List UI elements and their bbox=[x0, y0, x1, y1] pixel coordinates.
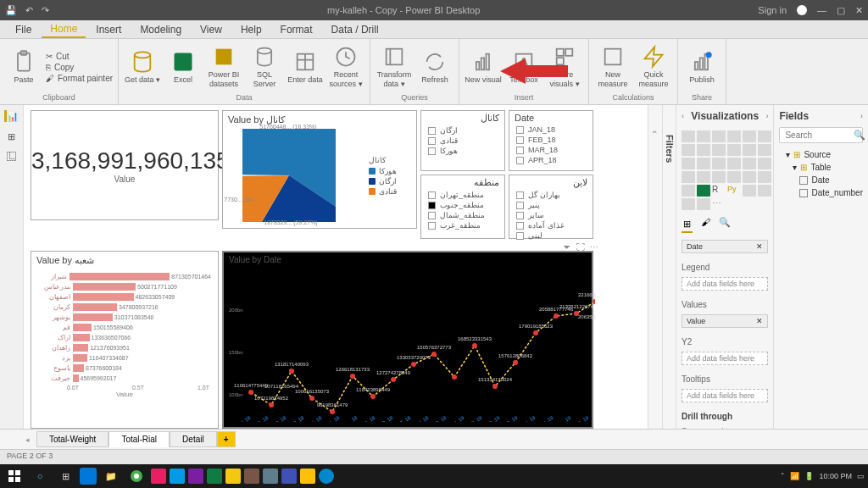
chevron-right-icon[interactable]: › bbox=[765, 112, 768, 120]
bar-row[interactable]: یاسوج87376600184 bbox=[35, 363, 214, 373]
bar-row[interactable]: شیراز871305701464 bbox=[35, 271, 214, 281]
slicer-mantaghe[interactable]: منطقه منطقه_تهرانمنطقه_جنوبمنطقه_شمالمنط… bbox=[420, 175, 505, 239]
explorer-icon[interactable]: 📁 bbox=[100, 467, 122, 485]
tab-prev-icon[interactable]: ◂ bbox=[25, 435, 30, 444]
app-icon[interactable] bbox=[151, 469, 166, 484]
cut-button[interactable]: ✂Cut bbox=[46, 52, 113, 61]
chevron-right-icon[interactable]: › bbox=[860, 112, 863, 120]
format-tab-icon[interactable]: 🖌 bbox=[701, 217, 710, 233]
slicer-item[interactable]: منطقه_تهران bbox=[421, 190, 504, 200]
y2-well[interactable]: Add data fields here bbox=[682, 352, 768, 365]
pbi-datasets-button[interactable]: Power BI datasets bbox=[205, 45, 242, 89]
start-button[interactable] bbox=[3, 467, 25, 485]
sql-button[interactable]: SQL Server bbox=[246, 45, 283, 89]
minimize-icon[interactable]: — bbox=[817, 5, 826, 15]
bar-row[interactable]: جیرفت45695992017 bbox=[35, 373, 214, 383]
filters-pane-collapsed[interactable]: ‹ bbox=[648, 105, 663, 429]
tab-add[interactable]: + bbox=[217, 431, 236, 447]
tab-detail[interactable]: Detail bbox=[170, 431, 217, 447]
excel-app-icon[interactable] bbox=[207, 469, 222, 484]
slicer-item[interactable]: منطقه_غرب bbox=[421, 220, 504, 230]
menu-format[interactable]: Format bbox=[272, 22, 321, 37]
quick-measure-button[interactable]: Quick measure bbox=[635, 45, 672, 89]
menu-datadrill[interactable]: Data / Drill bbox=[323, 22, 387, 37]
notifications-icon[interactable]: ▭ bbox=[857, 472, 865, 480]
menu-home[interactable]: Home bbox=[42, 21, 86, 38]
slicer-item[interactable]: لبنی bbox=[509, 230, 593, 241]
slicer-item[interactable]: FEB_18 bbox=[509, 135, 593, 145]
slicer-item[interactable]: پنیر bbox=[509, 200, 593, 210]
axis-well[interactable]: Date✕ bbox=[682, 240, 768, 253]
tree-source[interactable]: ▾⊞Source bbox=[779, 148, 863, 161]
cortana-icon[interactable]: ○ bbox=[29, 467, 51, 485]
battery-icon[interactable]: 🔋 bbox=[804, 472, 814, 480]
values-well[interactable]: Value✕ bbox=[682, 314, 768, 328]
transform-data-button[interactable]: Transform data ▾ bbox=[376, 45, 413, 89]
enter-data-button[interactable]: Enter data bbox=[287, 50, 324, 85]
fields-tab-icon[interactable]: ⊞ bbox=[682, 217, 693, 233]
app-icon-2[interactable] bbox=[170, 469, 185, 484]
slicer-item[interactable]: منطقه_شمال bbox=[421, 210, 504, 220]
bar-visual[interactable]: Value by شعبه شیراز871305701464بندرعباس5… bbox=[31, 251, 219, 429]
slicer-item[interactable]: MAR_18 bbox=[509, 145, 593, 155]
tree-table[interactable]: ▾⊞Table bbox=[779, 161, 863, 174]
app-icon-4[interactable] bbox=[244, 469, 259, 484]
slicer-item[interactable]: بهاران گل bbox=[509, 190, 593, 200]
slicer-item[interactable]: منطقه_جنوب bbox=[421, 200, 504, 210]
slicer-line[interactable]: لاین بهاران گلپنیرسایرغذای آمادهلبنی bbox=[509, 175, 593, 239]
paste-button[interactable]: Paste bbox=[5, 50, 42, 85]
new-measure-button[interactable]: New measure bbox=[594, 45, 632, 89]
app-icon-6[interactable] bbox=[281, 469, 297, 484]
new-visual-button[interactable]: New visual bbox=[465, 50, 502, 85]
slicer-item[interactable]: سایر bbox=[509, 210, 593, 220]
tooltips-well[interactable]: Add data fields here bbox=[682, 389, 768, 402]
analytics-tab-icon[interactable]: 🔍 bbox=[719, 217, 731, 233]
recent-sources-button[interactable]: Recent sources ▾ bbox=[327, 45, 364, 89]
copy-button[interactable]: ⎘Copy bbox=[46, 63, 113, 72]
app-icon-5[interactable] bbox=[263, 469, 278, 484]
app-icon-3[interactable] bbox=[188, 469, 203, 484]
line-visual[interactable]: Value by Date 11061477544910721982495213… bbox=[222, 251, 593, 429]
chrome-icon[interactable] bbox=[125, 467, 147, 485]
chevron-left-icon[interactable]: ‹ bbox=[682, 112, 684, 120]
bar-row[interactable]: زاهدان121376093951 bbox=[35, 342, 214, 352]
report-view-icon[interactable]: 📊 bbox=[4, 110, 19, 122]
filters-label-tab[interactable]: Filters bbox=[663, 105, 676, 429]
pie-visual[interactable]: Value by کانال 51760448... (16.33%) 1878… bbox=[222, 110, 417, 229]
menu-insert[interactable]: Insert bbox=[87, 22, 130, 37]
signin-button[interactable]: Sign in bbox=[758, 5, 787, 15]
maximize-icon[interactable]: ▢ bbox=[837, 5, 845, 16]
edge-icon[interactable] bbox=[80, 468, 97, 485]
task-view-icon[interactable]: ⊞ bbox=[54, 467, 76, 485]
bar-row[interactable]: بوشهر310371083546 bbox=[35, 312, 214, 322]
model-view-icon[interactable]: ⿺ bbox=[4, 151, 19, 163]
tab-total-rial[interactable]: Total-Rial bbox=[108, 431, 170, 447]
publish-button[interactable]: Publish bbox=[683, 50, 721, 85]
slicer-item[interactable]: هورکا bbox=[421, 146, 504, 156]
close-icon[interactable]: ✕ bbox=[855, 5, 863, 16]
bar-row[interactable]: بندرعباس500271771109 bbox=[35, 281, 214, 291]
slicer-item[interactable]: ارگان bbox=[421, 125, 504, 136]
menu-view[interactable]: View bbox=[192, 22, 231, 37]
fields-search-input[interactable] bbox=[779, 127, 863, 143]
legend-well[interactable]: Add data fields here bbox=[682, 277, 768, 291]
bar-row[interactable]: کرمان347800937216 bbox=[35, 302, 214, 312]
clock[interactable]: 10:00 PM bbox=[819, 472, 852, 480]
refresh-button[interactable]: Refresh bbox=[416, 50, 453, 85]
data-view-icon[interactable]: ⊞ bbox=[4, 130, 19, 142]
wifi-icon[interactable]: 📶 bbox=[790, 472, 799, 480]
slicer-kanal[interactable]: کانال ارگانقنادیهورکا bbox=[420, 110, 505, 171]
bar-row[interactable]: یزد116407334687 bbox=[35, 352, 214, 363]
redo-icon[interactable]: ↷ bbox=[42, 5, 49, 16]
powerbi-app-icon[interactable] bbox=[225, 469, 241, 484]
tab-total-weight[interactable]: Total-Weight bbox=[36, 431, 108, 447]
bar-row[interactable]: قم150155589406 bbox=[35, 322, 214, 332]
app-icon-7[interactable] bbox=[300, 469, 315, 484]
bar-row[interactable]: اصفهان482633057409 bbox=[35, 291, 214, 302]
format-painter-button[interactable]: 🖌Format painter bbox=[46, 74, 113, 83]
card-visual[interactable]: 3,168,991,960,135 Value bbox=[31, 110, 219, 220]
excel-button[interactable]: Excel bbox=[164, 50, 202, 85]
avatar-icon[interactable] bbox=[797, 5, 807, 15]
menu-modeling[interactable]: Modeling bbox=[131, 22, 190, 37]
tray-up-icon[interactable]: ˄ bbox=[781, 472, 785, 480]
